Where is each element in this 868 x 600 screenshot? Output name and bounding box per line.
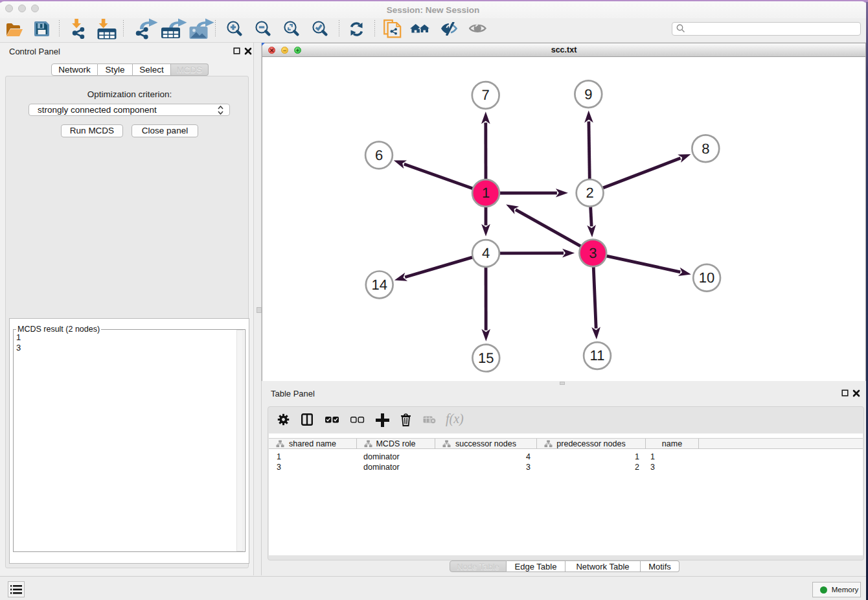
svg-text:10: 10 <box>699 270 714 286</box>
svg-text:11: 11 <box>590 347 605 363</box>
svg-text:14: 14 <box>371 277 387 293</box>
svg-text:15: 15 <box>478 350 494 366</box>
svg-text:6: 6 <box>375 147 383 163</box>
svg-text:8: 8 <box>702 141 709 157</box>
svg-text:7: 7 <box>482 87 490 103</box>
svg-text:3: 3 <box>589 245 597 261</box>
svg-text:1: 1 <box>482 185 490 201</box>
svg-text:9: 9 <box>584 86 592 102</box>
svg-text:2: 2 <box>586 185 593 201</box>
svg-text:4: 4 <box>482 245 490 261</box>
